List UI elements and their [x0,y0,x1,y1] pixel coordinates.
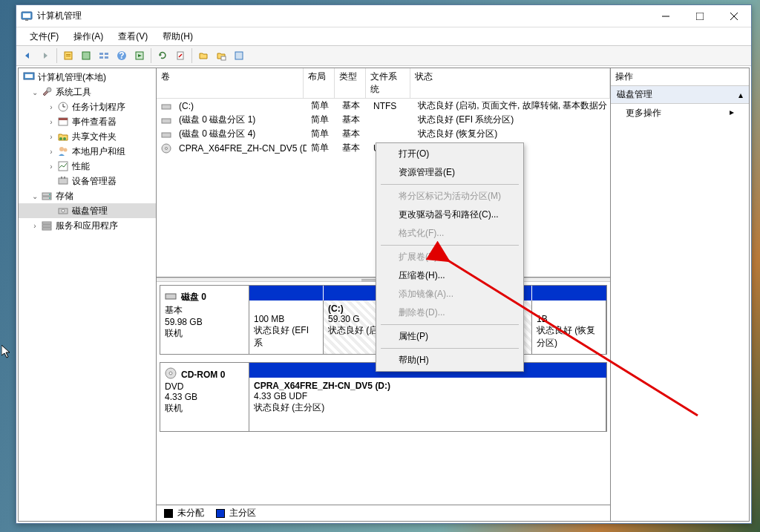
svg-rect-43 [42,222,51,224]
maximize-button[interactable] [683,6,717,27]
close-button[interactable] [717,6,751,27]
svg-point-29 [59,137,62,140]
expand-icon[interactable]: › [30,222,39,230]
ctx-properties[interactable]: 属性(P) [378,327,522,346]
disk-icon [165,290,177,304]
legend: 未分配 主分区 [157,505,610,521]
refresh-button[interactable] [154,47,171,64]
expand-icon[interactable]: › [47,148,56,156]
svg-rect-36 [64,177,65,179]
volume-header: 卷 布局 类型 文件系统 状态 [157,68,610,99]
menu-action[interactable]: 操作(A) [66,28,111,45]
ctx-open[interactable]: 打开(O) [378,145,522,163]
disk-icon [57,205,69,217]
svg-rect-10 [82,52,90,59]
event-icon [57,116,69,128]
tree-system-tools[interactable]: ⌄ 系统工具 [19,85,156,99]
svg-rect-2 [25,19,28,21]
tree-task-scheduler[interactable]: › 任务计划程序 [19,99,156,114]
window-title: 计算机管理 [37,10,649,22]
svg-rect-35 [61,177,62,179]
folder-open-button[interactable] [213,47,229,64]
tree-storage[interactable]: ⌄ 存储 [19,188,156,203]
svg-point-39 [49,194,50,195]
export-button[interactable] [231,47,247,64]
tree-device-manager[interactable]: › 设备管理器 [19,174,156,188]
tree-disk-management[interactable]: › 磁盘管理 [19,203,156,218]
services-icon [41,220,53,231]
col-layout[interactable]: 布局 [304,68,335,98]
svg-point-23 [47,88,51,92]
ctx-shrink[interactable]: 压缩卷(H)... [378,266,522,285]
expand-icon[interactable]: › [47,103,56,111]
col-status[interactable]: 状态 [410,68,610,98]
menu-help[interactable]: 帮助(H) [155,28,200,45]
col-volume[interactable]: 卷 [157,68,304,98]
cdrom-label[interactable]: CD-ROM 0 DVD 4.33 GB 联机 [160,363,249,431]
legend-primary-swatch [216,509,225,518]
tree-root[interactable]: 计算机管理(本地) [19,70,156,85]
tree-services[interactable]: › 服务和应用程序 [19,218,156,233]
help-button[interactable]: ? [114,47,130,64]
tools-icon [41,86,53,98]
actions-more[interactable]: 更多操作 ▸ [611,104,749,122]
volume-row[interactable]: (磁盘 0 磁盘分区 1) 简单 基本 状态良好 (EFI 系统分区) [157,113,610,127]
ctx-help[interactable]: 帮助(H) [378,351,522,370]
partition-efi[interactable]: 100 MB 状态良好 (EFI 系 [249,301,324,354]
folder-button[interactable] [195,47,212,64]
perf-icon [57,160,69,172]
col-type[interactable]: 类型 [335,68,366,98]
svg-rect-20 [235,52,243,59]
disk-0-label[interactable]: 磁盘 0 基本 59.98 GB 联机 [160,286,249,354]
tree-event-viewer[interactable]: › 事件查看器 [19,114,156,129]
nav-tree[interactable]: 计算机管理(本地) ⌄ 系统工具 › 任务计划程序 › 事件查看器 › 共享文件… [19,68,157,521]
computer-icon [23,71,35,83]
ctx-change-drive-letter[interactable]: 更改驱动器号和路径(C)... [378,206,522,224]
ctx-explorer[interactable]: 资源管理器(E) [378,163,522,182]
back-button[interactable] [19,47,36,64]
context-menu: 打开(O) 资源管理器(E) 将分区标记为活动分区(M) 更改驱动器号和路径(C… [376,142,524,372]
partition-recovery[interactable]: 1B 状态良好 (恢复分区) [532,301,606,354]
view-list-button[interactable] [78,47,94,64]
menubar: 文件(F) 操作(A) 查看(V) 帮助(H) [16,27,751,45]
volume-row[interactable]: (磁盘 0 磁盘分区 4) 简单 基本 状态良好 (恢复分区) [157,127,610,141]
minimize-button[interactable] [649,6,683,27]
svg-rect-8 [66,54,71,55]
svg-rect-9 [66,56,71,56]
volume-row[interactable]: (C:) 简单 基本 NTFS 状态良好 (启动, 页面文件, 故障转储, 基本… [157,99,610,113]
properties-button[interactable] [172,47,189,64]
app-icon [21,10,33,22]
svg-rect-45 [42,228,51,230]
up-button[interactable] [60,47,76,64]
svg-point-42 [62,209,65,212]
collapse-icon[interactable]: ⌄ [30,88,39,96]
device-icon [57,175,69,187]
ctx-mark-active: 将分区标记为活动分区(M) [378,187,522,206]
svg-point-50 [166,147,168,149]
menu-file[interactable]: 文件(F) [22,28,66,45]
svg-rect-14 [105,56,108,59]
clock-icon [57,101,69,113]
forward-button[interactable] [37,47,53,64]
collapse-icon[interactable]: ⌄ [30,192,39,200]
ctx-mirror: 添加镜像(A)... [378,285,522,303]
expand-icon[interactable]: › [47,118,56,126]
tree-performance[interactable]: › 性能 [19,159,156,174]
actions-header: 操作 [611,68,749,86]
view-grid-button[interactable] [96,47,112,64]
tree-shared-folders[interactable]: › 共享文件夹 [19,129,156,144]
disc-icon [161,143,171,154]
run-button[interactable] [131,47,148,64]
expand-icon[interactable]: › [47,133,56,141]
expand-icon[interactable]: › [47,162,56,171]
drive-icon [161,115,171,125]
chevron-right-icon: ▸ [730,107,734,119]
actions-diskmgmt[interactable]: 磁盘管理 ▴ [611,86,749,104]
col-fs[interactable]: 文件系统 [366,68,410,98]
tree-local-users[interactable]: › 本地用户和组 [19,144,156,159]
partition-d[interactable]: CPRA_X64FRE_ZH-CN_DV5 (D:) 4.33 GB UDF 状… [249,378,606,431]
menu-view[interactable]: 查看(V) [111,28,155,45]
svg-point-53 [169,372,172,375]
storage-icon [41,190,53,202]
svg-rect-44 [42,225,51,227]
